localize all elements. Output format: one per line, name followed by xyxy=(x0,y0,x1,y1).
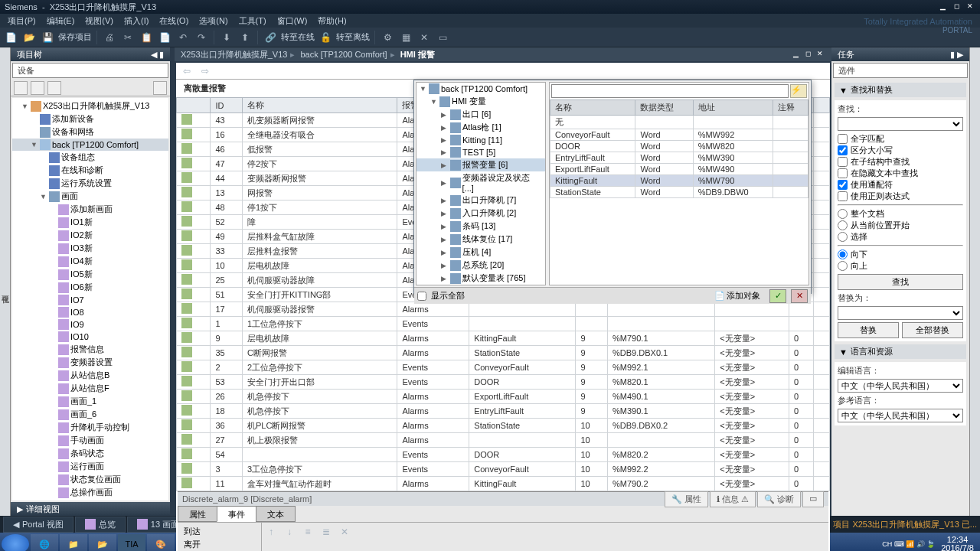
replace-input[interactable] xyxy=(838,306,963,320)
table-row[interactable]: 17机伺服驱动器报警Alarms xyxy=(177,302,830,317)
tree-item[interactable]: 变频器设置 xyxy=(12,356,168,369)
showall-checkbox[interactable] xyxy=(417,292,426,301)
prop-tab-text[interactable]: 文本 xyxy=(256,506,296,522)
unlink-icon[interactable]: 🔓 xyxy=(318,30,333,45)
editor-min-icon[interactable]: ▁ xyxy=(790,50,801,59)
table-row[interactable]: 53安全门打开出口部EventsDOOR9%M820.1<无变量>0 xyxy=(177,375,830,390)
popup-tree-item[interactable]: ▶出口 [6] xyxy=(416,108,545,121)
find-option-checkbox[interactable] xyxy=(838,168,848,178)
tab-info[interactable]: ℹ 信息 ⚠ xyxy=(710,491,756,507)
tree-item[interactable]: IO10 xyxy=(12,331,168,343)
maximize-button[interactable]: ◻ xyxy=(951,2,962,11)
tree-item[interactable]: 手动画面 xyxy=(12,434,168,447)
tree-item[interactable]: 运行系统设置 xyxy=(12,177,168,190)
menu-item[interactable]: 窗口(W) xyxy=(273,15,312,28)
popup-tree-item[interactable]: ▶默认变量表 [765] xyxy=(416,272,545,285)
minimize-button[interactable]: ▁ xyxy=(937,2,948,11)
download-icon[interactable]: ⬇ xyxy=(219,30,234,45)
popup-tree-item[interactable]: ▼HMI 变量 xyxy=(416,95,545,108)
tree-item[interactable]: 设备组态 xyxy=(12,151,168,164)
folder-icon[interactable]: 📂 xyxy=(89,534,116,551)
popup-tree[interactable]: ▼back [TP1200 Comfort]▼HMI 变量▶出口 [6]▶Atl… xyxy=(416,82,546,285)
ie-icon[interactable]: 🌐 xyxy=(31,534,58,551)
undo-icon[interactable]: ↶ xyxy=(175,30,191,45)
start-button[interactable] xyxy=(2,534,29,551)
copy-icon[interactable]: 📋 xyxy=(139,30,154,45)
editor-close-icon[interactable]: ✕ xyxy=(815,50,825,59)
right-vertical-tab[interactable] xyxy=(969,47,980,516)
tree-item[interactable]: ▼back [TP1200 Comfort] xyxy=(12,139,168,151)
popup-tree-item[interactable]: ▶入口升降机 [2] xyxy=(416,207,545,220)
table-row[interactable]: 18机急停按下AlarmsEntryLiftFault9%M390.1<无变量>… xyxy=(177,404,830,419)
table-row[interactable]: 27机上极限报警Alarms10<无变量>0 xyxy=(177,433,830,448)
popup-tree-item[interactable]: ▶出口升降机 [7] xyxy=(416,194,545,207)
table-row[interactable]: 22工位急停按下EventsConveyorFault9%M992.1<无变量>… xyxy=(177,360,830,375)
tree-item[interactable]: 添加新设备 xyxy=(12,112,168,126)
tree-item[interactable]: 在线和诊断 xyxy=(12,164,168,177)
tree-item[interactable]: IO8 xyxy=(12,306,168,318)
tree-item[interactable]: 从站信息F xyxy=(12,382,168,395)
tab-diag[interactable]: 🔍 诊断 xyxy=(757,491,801,507)
tree-item[interactable]: 设备和网络 xyxy=(12,126,168,139)
tree-item[interactable]: 状态复位画面 xyxy=(12,473,168,486)
find-option-checkbox[interactable] xyxy=(838,157,848,167)
list-item[interactable]: EntryLiftFaultWord%MW390 xyxy=(550,152,808,164)
menu-item[interactable]: 选项(N) xyxy=(194,15,232,28)
tree-item[interactable]: 运行画面 xyxy=(12,460,168,473)
editor-max-icon[interactable]: ◻ xyxy=(802,50,813,59)
list-item[interactable]: 无 xyxy=(550,116,808,129)
tree-tool-1[interactable] xyxy=(14,81,28,95)
find-option-checkbox[interactable] xyxy=(838,145,848,155)
popup-tree-item[interactable]: ▶总系统 [20] xyxy=(416,259,545,272)
tree-item[interactable]: IO9 xyxy=(12,318,168,331)
tree-item[interactable]: ▼画面管理 xyxy=(12,499,168,500)
find-input[interactable] xyxy=(838,117,963,131)
tree-item[interactable]: 升降机手动控制 xyxy=(12,421,168,434)
list-item[interactable]: KittingFaultWord%MW790 xyxy=(550,175,808,187)
menu-item[interactable]: 帮助(H) xyxy=(313,15,351,28)
tree-item[interactable]: ▼X253出口升降机触摸屏_V13 xyxy=(12,99,168,112)
replaceall-button[interactable]: 全部替换 xyxy=(902,322,963,338)
tree-item[interactable]: IO7 xyxy=(12,294,168,306)
tree-item[interactable]: IO6新 xyxy=(12,281,168,294)
menu-item[interactable]: 在线(O) xyxy=(155,15,193,28)
find-button[interactable]: 查找 xyxy=(838,274,963,290)
tree-item[interactable]: ▼画面 xyxy=(12,190,168,203)
add-object-button[interactable]: 📄 添加对象 xyxy=(710,289,765,302)
list-item[interactable]: ExportLiftFaultWord%MW490 xyxy=(550,164,808,175)
filter-button[interactable]: ⚡ xyxy=(790,84,807,98)
table-row[interactable]: 11盒车对撞气缸动作超时AlarmsKittingFault10%M790.2<… xyxy=(177,477,830,491)
popup-tree-item[interactable]: ▶变频器设定及状态 [...] xyxy=(416,171,545,194)
save-icon[interactable]: 💾 xyxy=(40,30,55,45)
popup-tree-item[interactable]: ▶Kitting [11] xyxy=(416,134,545,146)
left-vertical-tab[interactable]: 可视化 xyxy=(0,47,11,516)
upload-icon[interactable]: ⬆ xyxy=(237,30,253,45)
print-icon[interactable]: 🖨 xyxy=(102,30,117,45)
cut-icon[interactable]: ✂ xyxy=(120,30,136,45)
prop-tab-attr[interactable]: 属性 xyxy=(178,506,217,522)
popup-tree-item[interactable]: ▶条码 [13] xyxy=(416,220,545,233)
find-option-checkbox[interactable] xyxy=(838,180,848,190)
table-row[interactable]: 11工位急停按下Events xyxy=(177,317,830,331)
table-row[interactable]: 26机急停按下AlarmsExportLiftFault9%M490.1<无变量… xyxy=(177,390,830,404)
status-tab[interactable]: 总览 xyxy=(75,517,126,533)
table-row[interactable]: 54EventsDOOR10%M820.2<无变量>0 xyxy=(177,448,830,462)
edit-lang-select[interactable]: 中文（中华人民共和国） xyxy=(838,379,963,393)
find-option-checkbox[interactable] xyxy=(838,191,848,201)
tree-item[interactable]: IO2新 xyxy=(12,229,168,242)
popup-tree-item[interactable]: ▶压机 [4] xyxy=(416,246,545,259)
list-item[interactable]: ConveyorFaultWord%MW992 xyxy=(550,129,808,141)
popup-tree-item[interactable]: ▼back [TP1200 Comfort] xyxy=(416,83,545,95)
popup-tree-item[interactable]: ▶Atlas枪 [1] xyxy=(416,121,545,134)
menu-item[interactable]: 项目(P) xyxy=(3,15,41,28)
table-row[interactable]: 36机PLC断网报警AlarmsStationState10%DB9.DBX0.… xyxy=(177,419,830,433)
popup-tree-item[interactable]: ▶TEST [5] xyxy=(416,146,545,158)
new-icon[interactable]: 📄 xyxy=(3,30,18,45)
replace-button[interactable]: 替换 xyxy=(838,322,899,338)
tree-tool-2[interactable] xyxy=(31,81,44,95)
tree-item[interactable]: 条码状态 xyxy=(12,447,168,460)
menu-item[interactable]: 视图(V) xyxy=(80,15,118,28)
tia-icon[interactable]: TIA xyxy=(118,534,145,551)
menu-item[interactable]: 插入(I) xyxy=(119,15,153,28)
cancel-button[interactable]: ✕ xyxy=(791,289,808,303)
